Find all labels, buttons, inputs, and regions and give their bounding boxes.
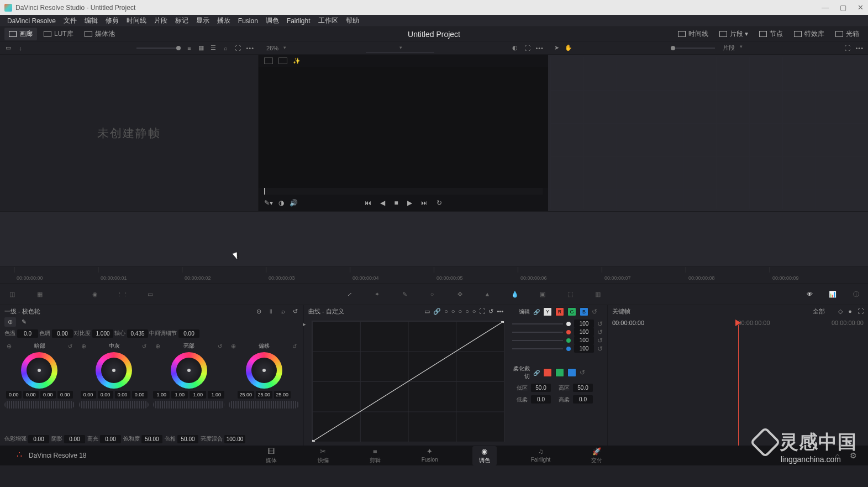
- curves-link-icon[interactable]: 🔗: [433, 308, 441, 315]
- wheel-reset-1[interactable]: ↺: [142, 343, 146, 349]
- clips-icon[interactable]: 片段 ▾: [715, 28, 753, 40]
- adj-高光[interactable]: [100, 435, 121, 443]
- lightbox-icon[interactable]: 光箱: [831, 28, 864, 40]
- wheel-val[interactable]: [238, 391, 254, 399]
- jog-wheel-3[interactable]: [229, 401, 299, 409]
- expand-icon[interactable]: ⛶: [234, 44, 241, 52]
- page-tab-剪辑[interactable]: ≡剪辑: [363, 446, 387, 465]
- soft-ls-input[interactable]: [531, 395, 551, 404]
- adj-色相[interactable]: [177, 435, 198, 443]
- page-tab-交付[interactable]: 🚀交付: [585, 446, 609, 465]
- wheels-log-icon[interactable]: ⌕: [279, 307, 287, 315]
- soft-low-input[interactable]: [531, 384, 551, 392]
- zoom-dropdown[interactable]: 26%: [263, 44, 288, 53]
- color-wheel-亮部[interactable]: [171, 352, 207, 389]
- menu-Fusion[interactable]: Fusion: [234, 17, 262, 25]
- menu-编辑[interactable]: 编辑: [81, 16, 102, 25]
- curves-link2-icon[interactable]: 🔗: [533, 309, 540, 315]
- viewer-more-icon[interactable]: •••: [535, 45, 544, 51]
- adj-对比度[interactable]: [92, 329, 113, 338]
- wheel-val[interactable]: [256, 391, 272, 399]
- menu-播放[interactable]: 播放: [213, 16, 234, 25]
- warper-icon[interactable]: ✦: [371, 289, 382, 300]
- wheels-bars-icon[interactable]: ⦀: [267, 307, 275, 315]
- info-icon[interactable]: ⓘ: [850, 289, 861, 300]
- gallery-icon[interactable]: 画廊: [4, 28, 37, 40]
- wheel-val[interactable]: [23, 391, 39, 399]
- wheel-val[interactable]: [274, 391, 291, 399]
- color-wheel-暗部[interactable]: [21, 352, 57, 389]
- wheel-val[interactable]: [81, 391, 96, 399]
- wheel-reset-2[interactable]: ↺: [218, 343, 222, 349]
- more-options-icon[interactable]: •••: [246, 45, 254, 51]
- menu-帮助[interactable]: 帮助: [342, 16, 363, 25]
- curve-play-icon[interactable]: ▸: [303, 321, 306, 328]
- channel-b-button[interactable]: B: [580, 307, 588, 316]
- curves-p2-icon[interactable]: ○: [451, 308, 455, 315]
- wheels-reset-icon[interactable]: ↺: [291, 307, 299, 315]
- media-icon[interactable]: 媒体池: [80, 28, 119, 40]
- camera-raw-icon[interactable]: ◫: [7, 289, 18, 300]
- sort-icon[interactable]: ≡: [185, 44, 193, 52]
- wheel-picker-2[interactable]: ⊕: [155, 343, 160, 350]
- menu-片段[interactable]: 片段: [150, 16, 171, 25]
- channel-g-button[interactable]: G: [567, 307, 576, 316]
- wheel-picker-1[interactable]: ⊕: [81, 343, 86, 350]
- scopes-icon[interactable]: 📊: [827, 289, 838, 300]
- first-frame-button[interactable]: ⏮: [365, 199, 371, 207]
- qualifier-icon[interactable]: ✎: [399, 289, 410, 300]
- keyframes-icon[interactable]: 👁: [804, 289, 815, 300]
- curves-hist-icon[interactable]: ▭: [424, 308, 430, 315]
- wheel-reset-3[interactable]: ↺: [292, 343, 297, 349]
- timeline-icon[interactable]: 时间线: [674, 28, 713, 40]
- page-tab-媒体[interactable]: 🎞媒体: [259, 446, 283, 465]
- curves-p4-icon[interactable]: ○: [465, 308, 469, 315]
- wheels-mode-b[interactable]: ✎: [18, 317, 30, 327]
- kf-diamond-icon[interactable]: ◇: [838, 308, 843, 315]
- jog-wheel-1[interactable]: [79, 401, 149, 409]
- channel-r-button[interactable]: R: [555, 307, 564, 316]
- page-tab-调色[interactable]: ◉调色: [472, 446, 497, 465]
- soft-link-icon[interactable]: 🔗: [533, 370, 540, 376]
- intensity-reset-0[interactable]: ↺: [597, 320, 603, 328]
- loop-button[interactable]: ↻: [436, 199, 442, 207]
- curves-more-icon[interactable]: •••: [497, 308, 503, 315]
- adj-中间调细节[interactable]: [178, 329, 199, 338]
- viewer-mode1-icon[interactable]: [264, 57, 273, 64]
- menu-文件[interactable]: 文件: [60, 16, 81, 25]
- wheels-auto-icon[interactable]: ⊙: [255, 307, 262, 315]
- jog-wheel-0[interactable]: [4, 401, 75, 409]
- intensity-slider-1[interactable]: [512, 332, 563, 333]
- adj-色彩增强[interactable]: [28, 435, 49, 443]
- soft-g-button[interactable]: [555, 368, 564, 377]
- wheel-val[interactable]: [115, 391, 130, 399]
- menu-Fairlight[interactable]: Fairlight: [283, 17, 314, 25]
- mute-icon[interactable]: 🔊: [290, 199, 298, 207]
- jog-wheel-2[interactable]: [153, 401, 224, 409]
- nodes-icon[interactable]: 节点: [755, 28, 787, 40]
- intensity-value-2[interactable]: [574, 336, 594, 344]
- menu-工作区[interactable]: 工作区: [314, 16, 342, 25]
- fx-icon[interactable]: 特效库: [790, 28, 829, 40]
- page-tab-Fusion[interactable]: ✦Fusion: [415, 446, 445, 465]
- intensity-value-3[interactable]: [574, 344, 594, 353]
- viewer-wand-icon[interactable]: ✨: [293, 57, 301, 65]
- wheel-val[interactable]: [190, 391, 206, 399]
- window-icon[interactable]: ○: [427, 289, 438, 300]
- wheel-picker-3[interactable]: ⊕: [231, 343, 236, 350]
- wheel-reset-0[interactable]: ↺: [68, 343, 72, 349]
- color-wheel-中灰[interactable]: [96, 352, 132, 389]
- grid-view-icon[interactable]: ▦: [197, 44, 205, 52]
- menu-DaVinci Resolve[interactable]: DaVinci Resolve: [3, 17, 60, 25]
- play-button[interactable]: ▶: [407, 199, 412, 207]
- wheel-val[interactable]: [171, 391, 188, 399]
- list-view-icon[interactable]: ☰: [209, 44, 217, 52]
- intensity-reset-1[interactable]: ↺: [597, 328, 603, 336]
- channel-y-button[interactable]: Y: [543, 307, 552, 316]
- blur-icon[interactable]: 💧: [509, 289, 520, 300]
- mask-icon[interactable]: ◑: [278, 199, 284, 207]
- wheels-icon[interactable]: [62, 289, 73, 300]
- minimize-button[interactable]: —: [822, 3, 829, 12]
- stills-sort-icon[interactable]: ↓: [17, 44, 24, 52]
- keyframes-filter-dropdown[interactable]: 全部: [813, 307, 833, 316]
